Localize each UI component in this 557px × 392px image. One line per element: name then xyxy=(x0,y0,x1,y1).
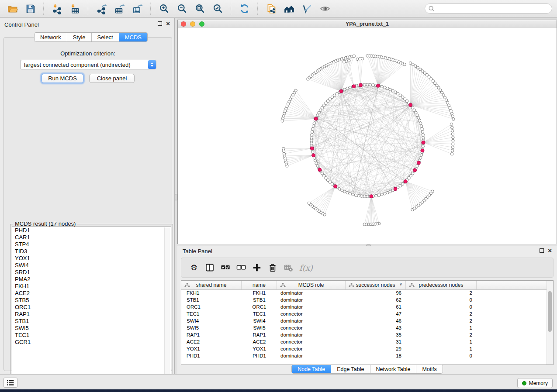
ring-node[interactable] xyxy=(312,125,315,127)
leaf-node[interactable] xyxy=(451,126,453,129)
ring-node[interactable] xyxy=(386,191,389,194)
memory-button[interactable]: Memory xyxy=(517,378,553,388)
zoom-out-button[interactable] xyxy=(173,1,191,16)
leaf-node[interactable] xyxy=(403,63,406,65)
ring-node[interactable] xyxy=(349,193,351,195)
optimization-select[interactable]: largest connected component (undirected) xyxy=(20,60,156,69)
ring-node[interactable] xyxy=(383,86,386,89)
zoom-in-button[interactable] xyxy=(155,1,173,16)
ring-node[interactable] xyxy=(421,131,424,133)
tab-motifs[interactable]: Motifs xyxy=(416,365,442,373)
ring-node[interactable] xyxy=(377,194,380,196)
ring-node[interactable] xyxy=(418,119,421,122)
column-header-predecessor-nodes[interactable]: predecessor nodes xyxy=(406,281,477,289)
leaf-node[interactable] xyxy=(445,99,447,101)
ring-node[interactable] xyxy=(313,122,315,124)
leaf-node[interactable] xyxy=(451,149,453,152)
ring-node[interactable] xyxy=(316,114,319,117)
ring-node[interactable] xyxy=(383,193,386,195)
ring-node[interactable] xyxy=(369,83,371,86)
network-graph[interactable] xyxy=(178,28,557,244)
ring-node[interactable] xyxy=(346,87,349,89)
leaf-node[interactable] xyxy=(450,112,453,115)
mcds-result-item[interactable]: FKH1 xyxy=(12,283,171,290)
table-row[interactable]: SWI4SWI4dominator462 xyxy=(181,317,553,324)
ring-node[interactable] xyxy=(346,191,349,194)
leaf-node[interactable] xyxy=(443,96,446,99)
tab-mcds[interactable]: MCDS xyxy=(119,33,147,41)
ring-node[interactable] xyxy=(422,136,425,139)
add-button[interactable] xyxy=(250,261,263,274)
mcds-hub-node[interactable] xyxy=(409,103,412,107)
leaf-node[interactable] xyxy=(308,202,310,204)
zoom-selected-button[interactable] xyxy=(209,1,227,16)
leaf-node[interactable] xyxy=(353,55,355,57)
ring-node[interactable] xyxy=(354,194,357,196)
mcds-hub-node[interactable] xyxy=(370,195,373,198)
leaf-node[interactable] xyxy=(452,143,454,145)
mcds-hub-node[interactable] xyxy=(404,180,407,183)
mcds-hub-node[interactable] xyxy=(339,89,343,93)
tab-style[interactable]: Style xyxy=(67,33,92,41)
ring-node[interactable] xyxy=(311,133,313,136)
ring-node[interactable] xyxy=(416,165,419,167)
import-table-button[interactable] xyxy=(66,1,84,16)
leaf-node[interactable] xyxy=(282,147,285,150)
mcds-result-item[interactable]: SWI4 xyxy=(12,262,171,269)
open-button[interactable] xyxy=(3,1,21,16)
table-row[interactable]: ACE2ACE2connector311 xyxy=(181,338,553,345)
mcds-result-item[interactable]: PHD1 xyxy=(12,227,171,234)
mcds-result-item[interactable]: RAP1 xyxy=(12,311,171,318)
ring-node[interactable] xyxy=(336,92,338,95)
leaf-node[interactable] xyxy=(363,223,366,226)
ring-node[interactable] xyxy=(386,87,389,89)
ring-node[interactable] xyxy=(311,151,314,153)
ring-node[interactable] xyxy=(375,194,377,197)
show-details-button[interactable] xyxy=(316,1,334,16)
mcds-hub-node[interactable] xyxy=(421,149,424,152)
leaf-node[interactable] xyxy=(450,152,453,155)
table-row[interactable]: PHD1PHD1dominator180 xyxy=(181,352,553,359)
leaf-node[interactable] xyxy=(283,152,285,155)
ring-node[interactable] xyxy=(419,122,422,124)
ring-node[interactable] xyxy=(420,125,422,127)
ring-node[interactable] xyxy=(422,145,424,148)
ring-node[interactable] xyxy=(310,139,313,142)
table-scrollbar-thumb[interactable] xyxy=(548,291,552,332)
table-row[interactable]: ORC1ORC1dominator610 xyxy=(181,303,553,310)
leaf-node[interactable] xyxy=(282,150,285,152)
ring-node[interactable] xyxy=(381,85,383,88)
close-panel-icon[interactable]: × xyxy=(166,21,170,26)
column-header-successor-nodes[interactable]: successor nodes∨ xyxy=(346,281,406,289)
leaf-node[interactable] xyxy=(452,139,454,142)
close-panel-button[interactable]: Close panel xyxy=(89,74,135,83)
ring-node[interactable] xyxy=(343,190,346,193)
mcds-result-item[interactable]: YOX1 xyxy=(12,255,171,262)
column-header-shared-name[interactable]: shared name xyxy=(181,281,242,289)
ring-node[interactable] xyxy=(316,165,319,167)
leaf-node[interactable] xyxy=(442,93,445,96)
leaf-node[interactable] xyxy=(450,123,453,125)
ring-node[interactable] xyxy=(343,88,346,91)
ring-node[interactable] xyxy=(363,195,366,198)
leaf-node[interactable] xyxy=(450,110,452,112)
save-button[interactable] xyxy=(21,1,39,16)
mcds-hub-node[interactable] xyxy=(312,154,315,157)
network-window-titlebar[interactable]: YPA_prune.txt_1 xyxy=(178,20,557,28)
leaf-node[interactable] xyxy=(451,129,454,132)
ring-node[interactable] xyxy=(366,195,369,198)
delete-button[interactable] xyxy=(266,261,279,274)
ring-node[interactable] xyxy=(417,117,420,119)
tab-edge-table[interactable]: Edge Table xyxy=(331,365,370,373)
mcds-result-item[interactable]: SRD1 xyxy=(12,269,171,276)
mcds-hub-node[interactable] xyxy=(413,168,417,172)
leaf-node[interactable] xyxy=(451,146,454,148)
ring-node[interactable] xyxy=(314,159,316,162)
table-row[interactable]: RAP1RAP1dominator352 xyxy=(181,331,553,338)
leaf-node[interactable] xyxy=(446,101,449,104)
mcds-hub-node[interactable] xyxy=(417,161,420,165)
search-input[interactable] xyxy=(436,5,547,12)
mcds-hub-node[interactable] xyxy=(352,85,356,88)
ring-node[interactable] xyxy=(415,111,417,114)
deselect-all-button[interactable] xyxy=(235,261,248,274)
